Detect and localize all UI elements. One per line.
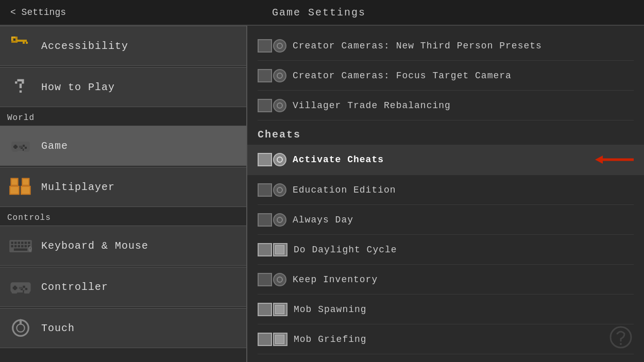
sidebar: Accessibility How to Play World	[0, 26, 247, 362]
svg-rect-37	[14, 242, 16, 244]
svg-rect-19	[25, 147, 27, 149]
svg-rect-23	[12, 149, 18, 152]
svg-point-67	[620, 343, 622, 345]
svg-rect-55	[25, 288, 27, 290]
svg-rect-6	[23, 42, 25, 44]
sidebar-item-accessibility[interactable]: Accessibility	[0, 26, 246, 66]
toggle-activate-cheats[interactable]	[258, 153, 286, 166]
key-icon	[8, 33, 33, 58]
sidebar-label-multiplayer: Multiplayer	[41, 181, 115, 193]
svg-rect-41	[28, 242, 30, 244]
sidebar-item-multiplayer[interactable]: Multiplayer	[0, 167, 246, 207]
label-keep-inventory: Keep Inventory	[293, 274, 634, 285]
svg-rect-4	[13, 39, 15, 41]
sidebar-label-keyboard-mouse: Keyboard & Mouse	[41, 240, 148, 252]
right-panel: Creator Cameras: New Third Person Preset…	[247, 26, 644, 362]
sidebar-item-keyboard-mouse[interactable]: Keyboard & Mouse	[0, 226, 246, 266]
watermark-icon	[608, 324, 634, 356]
back-button[interactable]: < Settings	[10, 7, 66, 18]
row-do-daylight-cycle: Do Daylight Cycle	[258, 235, 634, 265]
activate-cheats-arrow	[592, 152, 634, 167]
svg-point-62	[16, 324, 24, 332]
svg-rect-5	[16, 40, 27, 42]
sidebar-item-game[interactable]: Game ◀	[0, 126, 246, 166]
svg-rect-7	[26, 42, 28, 44]
label-villager-trade: Villager Trade Rebalancing	[293, 100, 634, 111]
svg-rect-39	[21, 242, 23, 244]
row-keep-inventory: Keep Inventory	[258, 265, 634, 295]
svg-rect-54	[23, 286, 25, 288]
svg-point-49	[28, 246, 32, 252]
row-villager-trade: Villager Trade Rebalancing	[258, 91, 634, 120]
svg-rect-59	[12, 290, 18, 294]
svg-rect-45	[21, 245, 23, 247]
toggle-creator-cameras-focus[interactable]	[258, 69, 286, 82]
touch-icon	[8, 316, 33, 340]
svg-rect-11	[15, 81, 17, 83]
label-do-daylight-cycle: Do Daylight Cycle	[294, 245, 634, 255]
row-creator-cameras-focus: Creator Cameras: Focus Target Camera	[258, 61, 634, 91]
sidebar-label-controller: Controller	[41, 281, 108, 293]
controls-section-label: Controls	[0, 208, 246, 226]
toggle-villager-trade[interactable]	[258, 99, 286, 112]
svg-rect-17	[13, 146, 18, 148]
label-creator-cameras-presets: Creator Cameras: New Third Person Preset…	[293, 41, 634, 51]
label-activate-cheats: Activate Cheats	[293, 154, 582, 165]
svg-rect-18	[23, 145, 25, 147]
sidebar-label-touch: Touch	[41, 322, 75, 334]
label-mob-spawning: Mob Spawning	[294, 304, 634, 315]
sidebar-label-game: Game	[41, 140, 68, 152]
svg-rect-58	[19, 287, 23, 289]
svg-rect-36	[11, 242, 13, 244]
svg-rect-48	[14, 248, 27, 250]
main-content: Accessibility How to Play World	[0, 26, 644, 362]
multiplayer-icon	[8, 175, 33, 199]
label-education-edition: Education Edition	[293, 185, 634, 195]
sidebar-label-accessibility: Accessibility	[41, 40, 128, 52]
svg-rect-38	[18, 242, 20, 244]
back-label: < Settings	[10, 7, 66, 18]
svg-rect-10	[17, 79, 24, 81]
svg-marker-65	[595, 156, 603, 164]
row-creator-cameras-presets: Creator Cameras: New Third Person Preset…	[258, 31, 634, 61]
question-icon	[8, 75, 33, 99]
toggle-do-daylight-cycle[interactable]	[258, 243, 287, 256]
sidebar-label-how-to-play: How to Play	[41, 81, 115, 93]
svg-rect-34	[22, 187, 29, 194]
svg-rect-46	[25, 245, 27, 247]
svg-rect-22	[19, 146, 22, 148]
toggle-always-day[interactable]	[258, 213, 286, 227]
toggle-education-edition[interactable]	[258, 183, 286, 197]
page-title: Game Settings	[272, 7, 366, 19]
toggle-mob-griefing[interactable]	[258, 333, 287, 346]
svg-rect-53	[13, 287, 18, 289]
svg-rect-30	[10, 187, 18, 194]
svg-rect-24	[24, 149, 29, 152]
toggle-keep-inventory[interactable]	[258, 273, 286, 286]
row-mob-griefing: Mob Griefing	[258, 324, 634, 354]
sidebar-item-touch[interactable]: Touch	[0, 308, 246, 348]
svg-rect-42	[11, 245, 13, 247]
cheats-section-header: Cheats	[258, 120, 634, 145]
keyboard-icon	[8, 233, 33, 258]
world-section-label: World	[0, 108, 246, 126]
row-activate-cheats: Activate Cheats	[247, 145, 644, 175]
label-creator-cameras-focus: Creator Cameras: Focus Target Camera	[293, 71, 634, 81]
label-always-day: Always Day	[293, 215, 634, 225]
toggle-creator-cameras-presets[interactable]	[258, 39, 286, 53]
toggle-mob-spawning[interactable]	[258, 303, 287, 316]
sidebar-item-controller[interactable]: Controller	[0, 267, 246, 307]
svg-rect-60	[24, 290, 30, 294]
label-mob-griefing: Mob Griefing	[294, 334, 634, 344]
svg-rect-12	[22, 81, 24, 83]
svg-rect-13	[20, 83, 22, 88]
svg-rect-28	[12, 179, 18, 185]
gamepad-icon	[8, 133, 33, 158]
svg-rect-44	[18, 245, 20, 247]
svg-rect-63	[20, 319, 22, 325]
header: < Settings Game Settings	[0, 0, 644, 26]
svg-rect-32	[23, 179, 28, 185]
controller-icon	[8, 274, 33, 299]
svg-rect-40	[25, 242, 27, 244]
sidebar-item-how-to-play[interactable]: How to Play	[0, 67, 246, 107]
